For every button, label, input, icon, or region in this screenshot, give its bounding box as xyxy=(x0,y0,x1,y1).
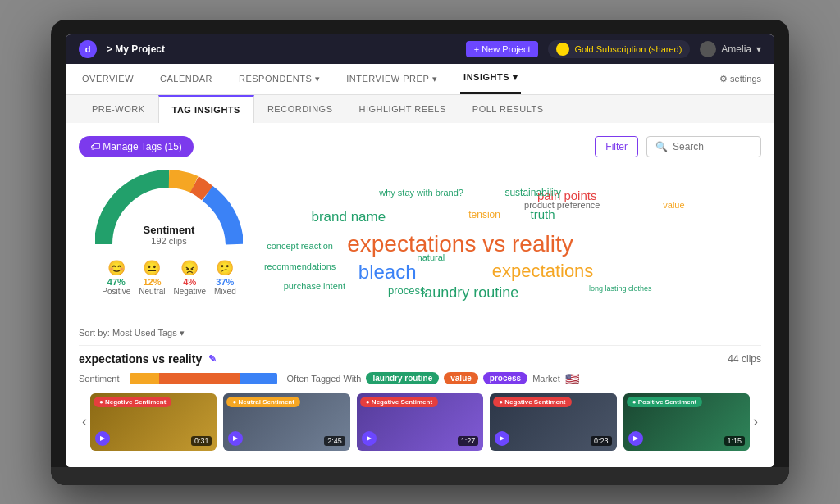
word-cloud: expectations vs realitybleachexpectation… xyxy=(276,170,761,318)
coin-icon xyxy=(556,43,569,56)
laptop-base xyxy=(51,467,789,485)
sentiment-row: Sentiment Often Tagged With laundry rout… xyxy=(79,372,761,385)
play-button-3[interactable]: ▶ xyxy=(495,431,509,446)
user-info: Amelia ▾ xyxy=(700,41,761,57)
filter-button[interactable]: Filter xyxy=(595,136,638,157)
play-button-4[interactable]: ▶ xyxy=(628,431,643,446)
word-cloud-word-3[interactable]: laundry routine xyxy=(421,285,518,302)
sentiment-area: Sentiment 192 clips 😊 47% Positive 😐 12 xyxy=(79,170,259,296)
positive-label: Positive xyxy=(102,287,130,296)
tag-chip-value[interactable]: value xyxy=(444,372,478,384)
manage-tags-button[interactable]: 🏷 Manage Tags (15) xyxy=(79,136,194,157)
word-cloud-word-15[interactable]: purchase intent xyxy=(284,281,345,291)
tag-section: expectations vs reality ✎ 44 clips Senti… xyxy=(79,345,761,451)
sort-label[interactable]: Sort by: Most Used Tags ▾ xyxy=(79,328,185,338)
sub-item-poll-results[interactable]: POLL RESULTS xyxy=(459,95,557,123)
next-arrow[interactable]: › xyxy=(750,413,761,430)
sentiment-bar-label: Sentiment xyxy=(79,374,120,384)
word-cloud-word-13[interactable]: natural xyxy=(418,252,445,262)
word-cloud-word-6[interactable]: truth xyxy=(531,208,555,222)
market-flag: 🇺🇸 xyxy=(565,372,579,385)
word-cloud-word-16[interactable]: process xyxy=(388,285,426,297)
sub-item-tag-insights[interactable]: TAG INSIGHTS xyxy=(158,95,254,123)
word-cloud-word-10[interactable]: product preference xyxy=(524,200,600,210)
gauge-label: Sentiment 192 clips xyxy=(144,224,195,246)
tag-count: 44 clips xyxy=(728,353,761,365)
word-cloud-word-9[interactable]: tension xyxy=(468,210,500,220)
sentiment-stats: 😊 47% Positive 😐 12% Neutral 😠 4% xyxy=(79,259,259,296)
sentiment-badge-1: ● Neutral Sentiment xyxy=(226,397,300,407)
gauge-container: Sentiment 192 clips xyxy=(95,170,243,252)
word-cloud-word-14[interactable]: recommendations xyxy=(264,261,336,271)
project-name: > My Project xyxy=(107,43,165,55)
main-section: Sentiment 192 clips 😊 47% Positive 😐 12 xyxy=(79,170,761,318)
prev-arrow[interactable]: ‹ xyxy=(79,413,90,430)
sentiment-title: Sentiment xyxy=(144,224,195,236)
sentiment-badge-4: ● Positive Sentiment xyxy=(627,397,703,407)
tag-chip-laundry[interactable]: laundry routine xyxy=(366,372,439,384)
play-button-0[interactable]: ▶ xyxy=(95,431,110,446)
sub-item-recordings[interactable]: RECORDINGS xyxy=(254,95,346,123)
duration-0: 0:31 xyxy=(191,436,212,446)
word-cloud-word-1[interactable]: bleach xyxy=(358,261,417,283)
word-cloud-word-2[interactable]: expectations xyxy=(492,261,594,281)
nav-item-calendar[interactable]: CALENDAR xyxy=(157,63,216,94)
word-cloud-word-7[interactable]: why stay with brand? xyxy=(379,188,463,198)
laptop-frame: d > My Project + New Project Gold Subscr… xyxy=(51,20,789,485)
nav-item-interview-prep[interactable]: INTERVIEW PREP ▾ xyxy=(343,63,441,94)
mixed-label: Mixed xyxy=(214,287,236,296)
mixed-icon: 😕 xyxy=(214,259,236,277)
video-thumb-1[interactable]: ● Neutral Sentiment▶2:45 xyxy=(223,393,349,451)
word-cloud-word-4[interactable]: brand name xyxy=(311,210,386,225)
sub-item-pre-work[interactable]: PRE-WORK xyxy=(79,95,158,123)
video-thumb-0[interactable]: ● Negative Sentiment▶0:31 xyxy=(90,393,217,451)
avatar xyxy=(700,41,716,57)
main-nav: OVERVIEW CALENDAR RESPONDENTS ▾ INTERVIE… xyxy=(66,64,774,95)
duration-3: 0:23 xyxy=(591,436,612,446)
word-cloud-word-17[interactable]: long lasting clothes xyxy=(589,285,652,293)
negative-label: Negative xyxy=(174,287,206,296)
sentiment-bar-yellow xyxy=(130,373,159,384)
often-tagged-label: Often Tagged With xyxy=(287,374,362,384)
sentiment-bar xyxy=(130,373,277,384)
word-cloud-word-0[interactable]: expectations vs reality xyxy=(347,232,573,257)
negative-pct: 4% xyxy=(174,277,206,287)
settings-button[interactable]: ⚙ settings xyxy=(719,74,761,84)
tag-title-text: expectations vs reality xyxy=(79,352,202,366)
sentiment-badge-0: ● Negative Sentiment xyxy=(94,397,171,407)
stat-neutral: 😐 12% Neutral xyxy=(139,259,165,296)
sub-item-highlight-reels[interactable]: HIGHLIGHT REELS xyxy=(345,95,459,123)
user-dropdown-arrow[interactable]: ▾ xyxy=(756,43,761,55)
duration-4: 1:15 xyxy=(724,436,746,446)
search-input[interactable] xyxy=(673,141,752,152)
mixed-pct: 37% xyxy=(214,277,236,287)
neutral-label: Neutral xyxy=(139,287,165,296)
word-cloud-word-12[interactable]: concept reaction xyxy=(267,241,333,251)
stat-mixed: 😕 37% Mixed xyxy=(214,259,236,296)
video-thumb-3[interactable]: ● Negative Sentiment▶0:23 xyxy=(490,393,616,451)
play-button-1[interactable]: ▶ xyxy=(228,431,243,446)
nav-item-insights[interactable]: INSIGHTS ▾ xyxy=(460,63,521,94)
nav-item-overview[interactable]: OVERVIEW xyxy=(79,63,137,94)
video-thumb-2[interactable]: ● Negative Sentiment▶1:27 xyxy=(357,393,483,451)
positive-pct: 47% xyxy=(102,277,130,287)
video-thumb-4[interactable]: ● Positive Sentiment▶1:15 xyxy=(623,393,750,451)
search-box: 🔍 xyxy=(646,136,761,157)
tag-edit-icon[interactable]: ✎ xyxy=(208,353,217,365)
tag-title: expectations vs reality ✎ xyxy=(79,352,217,366)
new-project-button[interactable]: + New Project xyxy=(466,41,539,57)
sub-nav: PRE-WORK TAG INSIGHTS RECORDINGS HIGHLIG… xyxy=(66,95,774,123)
word-cloud-word-11[interactable]: value xyxy=(663,200,684,210)
tag-chip-process[interactable]: process xyxy=(483,372,527,384)
sentiment-clips: 192 clips xyxy=(144,236,195,246)
word-cloud-word-8[interactable]: sustainability xyxy=(504,188,561,198)
search-icon: 🔍 xyxy=(655,141,668,152)
play-button-2[interactable]: ▶ xyxy=(362,431,377,446)
word-cloud-inner: expectations vs realitybleachexpectation… xyxy=(276,170,761,318)
neutral-icon: 😐 xyxy=(139,259,165,277)
top-nav: d > My Project + New Project Gold Subscr… xyxy=(66,34,774,64)
duration-1: 2:45 xyxy=(324,436,345,446)
nav-item-respondents[interactable]: RESPONDENTS ▾ xyxy=(235,63,323,94)
positive-icon: 😊 xyxy=(102,259,130,277)
screen: d > My Project + New Project Gold Subscr… xyxy=(66,34,774,467)
